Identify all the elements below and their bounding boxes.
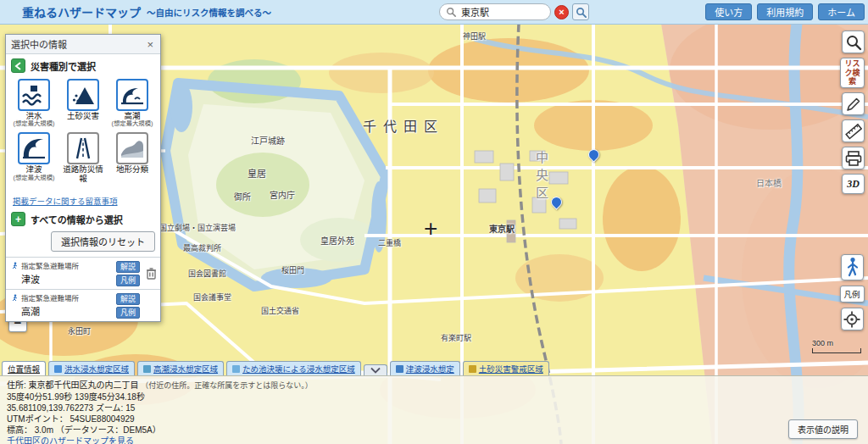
legend-button[interactable]: 凡例 [116, 275, 140, 286]
bottom-tabs: 位置情報 洪水浸水想定区域 高潮浸水想定区域 ため池決壊による浸水想定区域 [2, 361, 549, 375]
hazard-type-tsunami[interactable]: 津波 (想定最大規模) [9, 130, 58, 192]
tab-tsunami-zone[interactable]: 津波浸水想定 [390, 361, 460, 375]
terms-button[interactable]: 利用規約 [757, 3, 813, 20]
hazard-type-flood[interactable]: 洪水 (想定最大規模) [9, 77, 58, 130]
plus-icon[interactable]: + [11, 212, 25, 226]
hazard-note: (想定最大規模) [12, 175, 56, 181]
printer-icon [845, 151, 862, 166]
map-zoom-tool-button[interactable] [842, 31, 865, 53]
help-button[interactable]: 使い方 [705, 3, 752, 20]
layer-category: 指定緊急避難場所 [21, 260, 79, 270]
legend-button[interactable]: 凡例 [116, 307, 140, 319]
back-arrow-icon [14, 62, 23, 70]
decimal-line: 35.681109,139.762273 ズーム: 15 [7, 402, 861, 413]
tab-landslide-zone[interactable]: 土砂災害警戒区域 [463, 361, 549, 375]
scale-bar: 300 m [812, 339, 861, 353]
tab-label: 津波浸水想定 [406, 363, 454, 375]
tsunami-tab-icon [396, 365, 403, 373]
tab-label: 洪水浸水想定区域 [64, 363, 129, 375]
address-line: 住所: 東京都千代田区丸の内二丁目 （付近の住所。正確な所属を示すとは限らない。… [7, 380, 861, 391]
3d-view-button[interactable]: 3D [842, 174, 865, 194]
scale-bracket [812, 348, 861, 353]
tab-pond-failure-zone[interactable]: ため池決壊による浸水想定区域 [226, 361, 361, 375]
map-center-crosshair: + [424, 215, 437, 242]
collapse-info-button[interactable] [364, 364, 387, 375]
disaster-type-label: 災害種別で選択 [31, 59, 96, 73]
road-disaster-icon [67, 132, 99, 164]
data-notice-link[interactable]: 掲載データに関する留意事項 [6, 192, 160, 208]
search-area: × [439, 3, 589, 20]
selected-layer-storm-surge: 指定緊急避難場所 高潮 解説 凡例 [6, 289, 160, 321]
dms-line: 35度40分51.99秒 139度45分34.18秒 [7, 391, 861, 402]
hazard-map-app: 千代田区 中央区 皇居 江戸城跡 御所 宮内庁 皇居外苑 二重橋 東京駅 桜田門… [0, 0, 868, 444]
hazard-type-road[interactable]: 道路防災情報 [58, 130, 108, 192]
legend-toggle-button[interactable]: 凡例 [840, 286, 865, 302]
search-input[interactable] [459, 6, 544, 18]
selected-layer-tsunami: 指定緊急避難場所 津波 解説 凡例 [6, 257, 160, 289]
tsunami-icon [18, 132, 50, 164]
close-icon[interactable]: × [145, 40, 155, 49]
search-icon [446, 7, 456, 17]
hazard-label: 道路防災情報 [59, 165, 107, 183]
tab-storm-surge-zone[interactable]: 高潮浸水想定区域 [137, 361, 224, 375]
address-text: 住所: 東京都千代田区丸の内二丁目 [7, 380, 139, 390]
reset-selection-button[interactable]: 選択情報のリセット [51, 231, 155, 252]
trash-icon[interactable] [146, 267, 157, 282]
chevron-down-icon [370, 367, 381, 374]
landslide-tab-icon [469, 365, 476, 373]
evacuee-icon [11, 262, 19, 269]
walking-person-icon [843, 257, 860, 278]
evacuee-icon [11, 294, 19, 302]
home-button[interactable]: ホーム [818, 3, 865, 20]
hazard-type-landslide[interactable]: 土砂災害 [58, 77, 108, 130]
pedestrian-tool-button[interactable] [841, 254, 864, 280]
flood-tab-icon [54, 365, 62, 373]
map-toolbar: リスク検索 [840, 31, 865, 194]
tab-flood-zone[interactable]: 洪水浸水想定区域 [48, 361, 135, 375]
back-button[interactable] [11, 58, 25, 73]
map-area[interactable]: 千代田区 中央区 皇居 江戸城跡 御所 宮内庁 皇居外苑 二重橋 東京駅 桜田門… [0, 24, 868, 444]
risk-search-button[interactable]: リスク検索 [840, 58, 865, 88]
print-button[interactable] [842, 147, 865, 169]
hazard-type-storm-surge[interactable]: 高潮 (想定最大規模) [108, 77, 157, 130]
explain-button[interactable]: 解説 [116, 293, 140, 305]
app-title: 重ねるハザードマップ [22, 3, 141, 20]
explain-button[interactable]: 解説 [116, 261, 140, 273]
select-all-label[interactable]: すべての情報から選択 [31, 213, 123, 226]
hazard-type-landform[interactable]: 地形分類 [108, 130, 157, 192]
disaster-type-row: 災害種別で選択 [6, 54, 160, 75]
app-header: 重ねるハザードマップ ～自由にリスク情報を調べる～ × 使い方 利用規約 ホ [0, 0, 868, 25]
current-location-button[interactable] [841, 308, 864, 330]
hazard-note [61, 121, 105, 127]
layer-buttons: 解説 凡例 [116, 261, 140, 286]
hazard-label: 津波 [10, 165, 58, 174]
ruler-icon [845, 123, 862, 140]
app-subtitle: ～自由にリスク情報を調べる～ [147, 6, 271, 19]
search-submit-button[interactable] [572, 3, 589, 20]
hazard-note: (想定最大規模) [12, 121, 56, 128]
hazard-label: 地形分類 [108, 165, 156, 174]
tab-label: 土砂災害警戒区域 [479, 363, 543, 375]
tab-label: ため池決壊による浸水想定区域 [242, 363, 355, 375]
search-box [439, 3, 551, 20]
storm-surge-tab-icon [143, 365, 151, 373]
utm-line: UTMポイント： 54SUE88004929 [7, 413, 861, 425]
hazard-note [61, 183, 105, 189]
map-toolbar-lower: 凡例 [839, 254, 865, 330]
selected-info-panel: 選択中の情報 × 災害種別で選択 [5, 34, 161, 322]
landform-icon [116, 132, 148, 164]
hazard-note: (想定最大規模) [110, 121, 154, 128]
layer-buttons: 解説 凡例 [116, 293, 140, 319]
measure-tool-button[interactable] [842, 119, 865, 142]
landslide-icon [67, 79, 99, 111]
values-explanation-button[interactable]: 表示値の説明 [788, 419, 858, 439]
hazard-note [110, 175, 154, 180]
select-all-row: + すべての情報から選択 [6, 208, 160, 229]
ward-hazard-map-link[interactable]: 千代田区のハザードマップを見る [7, 436, 134, 444]
tab-location-info[interactable]: 位置情報 [2, 361, 46, 375]
pond-tab-icon [232, 365, 240, 373]
elevation-line: 標高： 3.0m （データソース：DEM5A） [7, 425, 861, 436]
clear-search-button[interactable]: × [554, 5, 569, 19]
draw-tool-button[interactable] [842, 92, 865, 115]
flood-icon [18, 79, 50, 111]
